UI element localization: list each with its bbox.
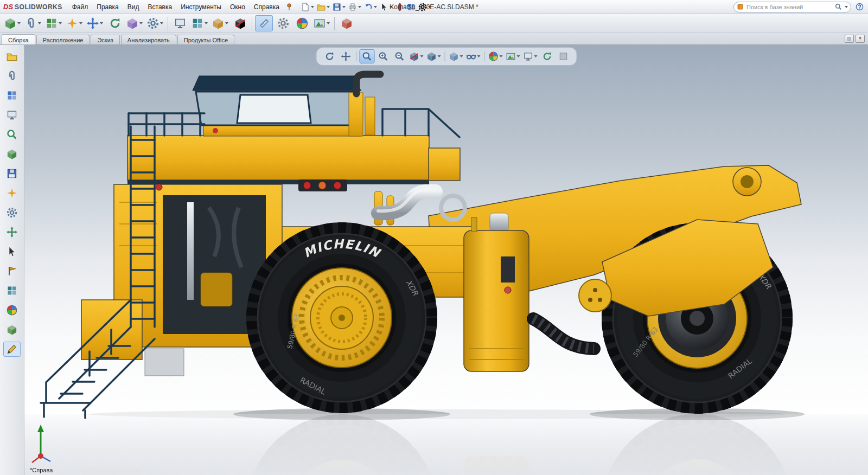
bill-of-materials-button[interactable] (190, 15, 209, 31)
search-options-caret[interactable] (845, 6, 848, 8)
previous-view-button[interactable] (322, 49, 337, 63)
tab-layout[interactable]: Расположение (36, 35, 90, 44)
undo-button[interactable] (363, 1, 378, 13)
menu-view[interactable]: Вид (123, 2, 144, 12)
help-icon[interactable] (854, 1, 865, 13)
heads-up-view-toolbar (316, 47, 577, 66)
envelope-flag-button[interactable] (3, 264, 21, 279)
appearance-button[interactable] (293, 15, 311, 31)
new-document-button[interactable] (300, 1, 315, 13)
rotate-component-button[interactable] (106, 15, 124, 31)
edit-component-button[interactable] (3, 146, 21, 162)
assembly-side-toolbar (0, 45, 24, 475)
menu-window[interactable]: Окно (226, 2, 250, 12)
linear-component-pattern-button[interactable] (44, 15, 63, 31)
view-orientation-button[interactable] (425, 49, 442, 63)
menu-edit[interactable]: Правка (92, 2, 123, 12)
tab-evaluate[interactable]: Анализировать (121, 35, 176, 44)
exploded-view-button[interactable] (210, 15, 230, 31)
mass-properties-button[interactable] (274, 15, 292, 31)
tab-assembly[interactable]: Сборка (2, 34, 35, 44)
menu-help[interactable]: Справка (250, 2, 284, 12)
solidworks-window: DS SOLIDWORKS Файл Правка Вид Вставка Ин… (0, 0, 868, 475)
rollback-button[interactable] (3, 127, 21, 142)
knowledge-search (733, 2, 851, 12)
open-button[interactable] (316, 1, 331, 13)
smart-fasteners-button[interactable] (65, 15, 84, 31)
move-component-button[interactable] (85, 15, 105, 31)
zoom-out-button[interactable] (392, 49, 407, 63)
print-button[interactable] (347, 1, 362, 13)
animation-button[interactable] (3, 107, 21, 123)
solidworks-logo: DS SOLIDWORKS (3, 3, 62, 11)
tab-office-products[interactable]: Продукты Office (177, 35, 234, 44)
fullscreen-button[interactable] (556, 49, 571, 63)
assembly-features-button[interactable] (125, 15, 144, 31)
brand-name: SOLIDWORKS (15, 3, 62, 11)
mate-side-button[interactable] (3, 68, 21, 84)
pan-button[interactable] (338, 49, 353, 63)
component-pattern-button[interactable] (3, 88, 21, 103)
hidden-components-button[interactable] (3, 244, 21, 259)
reference-geometry-button[interactable] (145, 15, 165, 31)
menu-tools[interactable]: Инструменты (176, 2, 226, 12)
toolbox-gears-button[interactable] (3, 205, 21, 220)
pin-menu-icon[interactable] (284, 1, 295, 13)
save-assembly-button[interactable] (3, 166, 21, 181)
measure-button[interactable] (255, 15, 273, 31)
view-settings-button[interactable] (522, 49, 538, 63)
interference-detection-button[interactable] (231, 15, 249, 31)
truck-model: MICHELIN XDR RADIAL 59/80 R 63 (24, 45, 868, 475)
assembly-structure-button[interactable] (3, 322, 21, 337)
zoom-in-button[interactable] (375, 49, 391, 63)
apply-scene-button[interactable] (312, 15, 331, 31)
menu-bar: DS SOLIDWORKS Файл Правка Вид Вставка Ин… (0, 0, 868, 14)
insert-components-button[interactable] (3, 15, 22, 31)
ds-logo-mark: DS (3, 3, 13, 11)
menu-file[interactable]: Файл (68, 2, 93, 12)
pin-commandmanager-button[interactable] (856, 35, 865, 43)
smart-fastener-side-button[interactable] (3, 185, 21, 201)
assembly-toolbar (0, 14, 868, 33)
display-style-button[interactable] (448, 49, 464, 63)
knowledge-base-icon (737, 3, 744, 10)
zoom-to-area-button[interactable] (359, 49, 374, 63)
rotate-view-button[interactable] (539, 49, 554, 63)
apply-scene-button[interactable] (505, 49, 521, 63)
appearance-side-button[interactable] (3, 303, 21, 318)
simulation-button[interactable] (337, 15, 355, 31)
section-view-button[interactable] (408, 49, 424, 63)
mate-button[interactable] (23, 15, 43, 31)
sketch-tool-button[interactable] (3, 342, 21, 357)
search-icon[interactable] (835, 3, 842, 10)
save-button[interactable] (331, 1, 347, 13)
bom-side-button[interactable] (3, 283, 21, 298)
main-menu: Файл Правка Вид Вставка Инструменты Окно… (68, 2, 284, 12)
menu-insert[interactable]: Вставка (144, 2, 177, 12)
commandmanager-tabs: Сборка Расположение Эскиз Анализировать … (0, 33, 868, 45)
graphics-viewport[interactable]: MICHELIN XDR RADIAL 59/80 R 63 (24, 45, 868, 475)
search-input[interactable] (745, 3, 833, 11)
hide-show-items-button[interactable] (465, 49, 481, 63)
edit-appearance-button[interactable] (487, 49, 503, 63)
view-orientation-label: *Справа (30, 467, 53, 473)
document-title: Komatsu_830E-AC.SLDASM * (390, 3, 478, 11)
exploded-view-side-button[interactable] (3, 224, 21, 240)
new-motion-study-button[interactable] (171, 15, 189, 31)
collapse-commandmanager-button[interactable] (845, 35, 854, 43)
tab-sketch[interactable]: Эскиз (91, 35, 119, 44)
insert-component-side-button[interactable] (3, 49, 21, 64)
